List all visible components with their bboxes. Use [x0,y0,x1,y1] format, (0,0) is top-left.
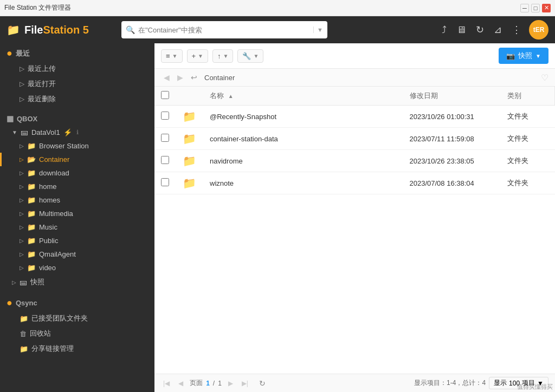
new-folder-button[interactable]: + ▼ [187,49,209,63]
sidebar-item-home[interactable]: ▷ 📁 home [0,180,154,193]
row-name-cell: navidrome [203,150,403,172]
status-refresh-button[interactable]: ↻ [259,379,266,388]
sidebar-item-recent-upload[interactable]: ▷ 最近上传 [0,61,154,76]
file-name-1[interactable]: container-station-data [210,135,278,143]
folder-icon: 📁 [20,315,28,323]
header-type-col[interactable]: 类别 [501,87,555,106]
logo-station: Station [43,24,80,36]
header-name-col[interactable]: 名称 ▲ [203,87,403,106]
tools-button[interactable]: 🔧 ▼ [237,49,263,63]
breadcrumb-bar: ◀ ▶ ↩ Container ♡ [154,69,555,87]
folder-icon: 📁 [27,210,36,218]
snapshot-button[interactable]: 📷 快照 ▼ [499,48,548,64]
close-button[interactable]: ✕ [542,4,551,12]
display-count-button[interactable]: 显示 100 项目 ▼ [489,377,548,389]
search-dropdown-arrow[interactable]: ▼ [313,27,323,33]
video-label: video [39,264,56,272]
file-name-2[interactable]: navidrome [210,157,243,165]
recent-open-label: 最近打开 [28,79,56,89]
row-type-cell-2: 文件夹 [501,150,555,172]
type-col-label: 类别 [507,92,521,100]
sidebar-item-qmailagent[interactable]: ▷ 📁 QmailAgent [0,247,154,261]
sidebar-section-qbox[interactable]: ▦ QBOX [0,110,154,125]
recycle-icon: 🗑 [20,330,27,338]
row-date-cell-3: 2023/07/08 16:38:04 [403,172,501,194]
row-icon-cell: 📁 [176,128,203,150]
folder-icon: ▷ [20,65,24,73]
view-mode-button[interactable]: ≡ ▼ [161,49,183,63]
tools-arrow: ▼ [253,53,259,59]
sidebar-item-recent-open[interactable]: ▷ 最近打开 [0,76,154,92]
sidebar-datavol1[interactable]: ▼ 🖴 DataVol1 ⚡ ℹ [0,125,154,139]
refresh-icon-btn[interactable]: ↻ [474,22,486,38]
table-row: 📁 container-station-data 2023/07/11 11:5… [154,128,555,150]
minimize-button[interactable]: ─ [520,4,529,12]
select-all-checkbox[interactable] [161,91,169,99]
row-checkbox-0[interactable] [161,112,169,120]
sidebar-item-container[interactable]: ▷ 📂 Container [0,153,154,166]
folder-icon: 📁 [27,182,36,191]
table-row: 📁 wiznote 2023/07/08 16:38:04 文件夹 [154,172,555,194]
row-checkbox-3[interactable] [161,178,169,186]
maximize-button[interactable]: □ [531,4,540,12]
sidebar-item-public[interactable]: ▷ 📁 Public [0,234,154,247]
next-page-button[interactable]: ▶ [226,378,235,388]
row-type-cell-0: 文件夹 [501,106,555,128]
page-info: 页面 1 / 1 [190,378,222,388]
filter-icon-btn[interactable]: ⊿ [492,22,504,38]
row-checkbox-1[interactable] [161,134,169,142]
row-name-cell: container-station-data [203,128,403,150]
sidebar-section-recent[interactable]: ● 最近 [0,43,154,61]
nav-forward-button[interactable]: ▶ [175,72,186,83]
favorite-button[interactable]: ♡ [541,73,548,83]
sidebar-item-video[interactable]: ▷ 📁 video [0,261,154,275]
table-row: 📁 navidrome 2023/10/26 23:38:05 文件夹 [154,150,555,172]
file-name-3[interactable]: wiznote [210,179,234,187]
sidebar-item-multimedia[interactable]: ▷ 📁 Multimedia [0,207,154,220]
header-date-col[interactable]: 修改日期 [403,87,501,106]
row-date-cell-0: 2023/10/26 01:00:31 [403,106,501,128]
sidebar-section-qsync[interactable]: ● Qsync [0,293,154,311]
remote-icon-btn[interactable]: 🖥 [454,22,468,38]
sidebar-item-music[interactable]: ▷ 📁 Music [0,220,154,234]
sidebar-snapshot[interactable]: ▷ 🖴 快照 [0,275,154,290]
page-label: 页面 [190,378,203,388]
avatar-button[interactable]: tER [529,20,548,40]
page-number: 1 [206,380,210,387]
expand-icon: ▷ [20,184,24,190]
folder-icon: 📁 [27,264,36,272]
upload-icon-btn[interactable]: ⤴ [440,22,449,38]
sidebar-item-share-links[interactable]: 📁 分享链接管理 [0,341,154,356]
sidebar-item-homes[interactable]: ▷ 📁 homes [0,193,154,207]
sidebar-item-download[interactable]: ▷ 📁 download [0,166,154,180]
page-separator: / [213,380,215,387]
display-items-label: 项目 [522,378,535,388]
status-info: 显示项目：1-4，总计：4 显示 100 项目 ▼ [414,377,548,389]
display-btn-label: 显示 [494,378,507,388]
upload-button[interactable]: ↑ ▼ [212,49,233,63]
first-page-button[interactable]: |◀ [161,378,172,388]
expand-icon: ▷ [20,211,24,217]
folder-icon: 📁 [27,250,36,258]
sidebar-item-browser-station[interactable]: ▷ 📁 Browser Station [0,139,154,153]
container-label: Container [39,155,69,164]
snapshot-icon: 🖴 [20,278,27,286]
sidebar-item-team-folder[interactable]: 📁 已接受团队文件夹 [0,311,154,326]
sidebar-item-recycle[interactable]: 🗑 回收站 [0,326,154,341]
breadcrumb-path: Container [204,74,235,82]
nav-up-button[interactable]: ↩ [188,72,200,83]
search-input[interactable] [138,26,310,34]
row-checkbox-2[interactable] [161,156,169,164]
last-page-button[interactable]: ▶| [240,378,250,388]
prev-page-button[interactable]: ◀ [176,378,185,388]
display-info: 显示项目：1-4，总计：4 [414,378,486,388]
more-icon-btn[interactable]: ⋮ [509,22,524,38]
new-folder-icon: + [192,52,196,60]
file-table: 名称 ▲ 修改日期 类别 [154,87,555,194]
qbox-icon: ▦ [7,114,14,123]
folder-icon: 📁 [183,177,196,189]
nav-back-button[interactable]: ◀ [161,72,172,83]
sidebar-item-recent-delete[interactable]: ▷ 最近删除 [0,92,154,107]
folder-icon: 📁 [27,196,36,204]
file-name-0[interactable]: @Recently-Snapshot [210,113,276,121]
